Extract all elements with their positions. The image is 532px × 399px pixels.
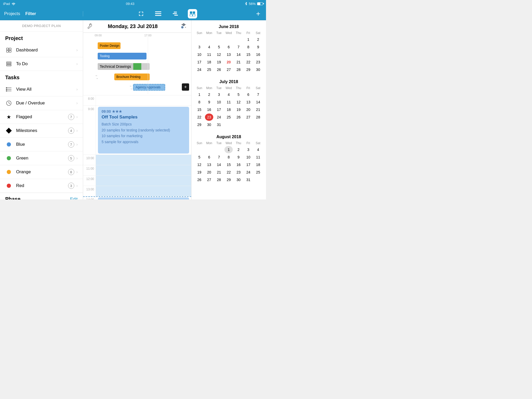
gantt-bar-agency[interactable]: Agency Approvals <box>133 84 165 91</box>
aug-25[interactable]: 25 <box>254 169 262 176</box>
aug-21[interactable]: 21 <box>215 169 223 176</box>
june-18[interactable]: 18 <box>205 58 213 66</box>
add-gantt-button[interactable]: + <box>182 83 189 91</box>
june-25[interactable]: 25 <box>205 66 213 73</box>
july-11[interactable]: 11 <box>224 98 233 106</box>
june-9[interactable]: 9 <box>254 43 262 51</box>
july-13[interactable]: 13 <box>244 98 252 106</box>
june-13[interactable]: 13 <box>224 51 233 58</box>
gantt-bar-tooling[interactable]: Tooling <box>98 53 147 59</box>
july-16[interactable]: 16 <box>205 106 213 113</box>
gantt-bar-technical[interactable]: Technical Drawings <box>98 63 150 70</box>
july-19[interactable]: 19 <box>234 106 243 113</box>
june-20[interactable]: 20 <box>224 58 233 66</box>
schedule-scroll[interactable]: 09:00 17:00 Poster Design – → <box>83 33 191 200</box>
july-21[interactable]: 21 <box>254 106 262 113</box>
june-2[interactable]: 2 <box>254 36 262 43</box>
dimensional-checks-event[interactable]: 14:00 Dimensional Checks <box>98 197 189 200</box>
june-7[interactable]: 7 <box>234 43 243 51</box>
june-22[interactable]: 22 <box>244 58 252 66</box>
calendar-view-button[interactable] <box>188 9 197 18</box>
phase-edit-button[interactable]: Edit <box>70 197 78 200</box>
aug-8[interactable]: 8 <box>224 154 233 161</box>
june-26[interactable]: 26 <box>215 66 223 73</box>
aug-19[interactable]: 19 <box>195 169 203 176</box>
july-22[interactable]: 22 <box>195 114 203 121</box>
july-26[interactable]: 26 <box>234 114 243 121</box>
june-14[interactable]: 14 <box>234 51 243 58</box>
aug-30[interactable]: 30 <box>234 176 243 183</box>
june-1[interactable]: 1 <box>244 36 252 43</box>
july-30[interactable]: 30 <box>205 121 213 128</box>
june-3[interactable]: 3 <box>195 43 203 51</box>
sidebar-item-red[interactable]: Red 3 › <box>0 179 83 193</box>
expand-icon-button[interactable] <box>136 9 146 18</box>
july-2[interactable]: 2 <box>205 91 213 98</box>
settings-icon[interactable] <box>180 23 187 30</box>
july-15[interactable]: 15 <box>195 106 203 113</box>
aug-15[interactable]: 15 <box>224 161 233 168</box>
july-12[interactable]: 12 <box>234 98 243 106</box>
aug-20[interactable]: 20 <box>205 169 213 176</box>
aug-18[interactable]: 18 <box>254 161 262 168</box>
aug-6[interactable]: 6 <box>205 154 213 161</box>
july-18[interactable]: 18 <box>224 106 233 113</box>
july-14[interactable]: 14 <box>254 98 262 106</box>
aug-12[interactable]: 12 <box>195 161 203 168</box>
aug-3[interactable]: 3 <box>244 146 252 153</box>
gantt-bar-poster[interactable]: Poster Design – → <box>98 42 121 49</box>
sidebar-item-view-all[interactable]: View All › <box>0 83 83 96</box>
july-17[interactable]: 17 <box>215 106 223 113</box>
june-8[interactable]: 8 <box>244 43 252 51</box>
june-5[interactable]: 5 <box>215 43 223 51</box>
july-23-today[interactable]: 23 <box>205 114 213 121</box>
july-7[interactable]: 7 <box>254 91 262 98</box>
june-17[interactable]: 17 <box>195 58 203 66</box>
july-6[interactable]: 6 <box>244 91 252 98</box>
july-3[interactable]: 3 <box>215 91 223 98</box>
july-20[interactable]: 20 <box>244 106 252 113</box>
aug-24[interactable]: 24 <box>244 169 252 176</box>
june-15[interactable]: 15 <box>244 51 252 58</box>
june-6[interactable]: 6 <box>224 43 233 51</box>
aug-1[interactable]: 1 <box>224 146 233 153</box>
june-16[interactable]: 16 <box>254 51 262 58</box>
aug-31[interactable]: 31 <box>244 176 252 183</box>
aug-29[interactable]: 29 <box>224 176 233 183</box>
june-19[interactable]: 19 <box>215 58 223 66</box>
june-12[interactable]: 12 <box>215 51 223 58</box>
june-21[interactable]: 21 <box>234 58 243 66</box>
gantt-view-button[interactable] <box>171 9 180 18</box>
june-23[interactable]: 23 <box>254 58 262 66</box>
sidebar-item-orange[interactable]: Orange 8 › <box>0 165 83 179</box>
aug-14[interactable]: 14 <box>215 161 223 168</box>
sidebar-item-due-overdue[interactable]: Due / Overdue › <box>0 96 83 110</box>
july-1[interactable]: 1 <box>195 91 203 98</box>
june-4[interactable]: 4 <box>205 43 213 51</box>
aug-23[interactable]: 23 <box>234 169 243 176</box>
aug-9[interactable]: 9 <box>234 154 243 161</box>
july-4[interactable]: 4 <box>224 91 233 98</box>
aug-13[interactable]: 13 <box>205 161 213 168</box>
sidebar-item-blue[interactable]: Blue 7 › <box>0 138 83 151</box>
june-10[interactable]: 10 <box>195 51 203 58</box>
july-27[interactable]: 27 <box>244 114 252 121</box>
aug-4[interactable]: 4 <box>254 146 262 153</box>
aug-11[interactable]: 11 <box>254 154 262 161</box>
july-24[interactable]: 24 <box>215 114 223 121</box>
june-29[interactable]: 29 <box>244 66 252 73</box>
sidebar-item-dashboard[interactable]: Dashboard › <box>0 43 83 57</box>
july-25[interactable]: 25 <box>224 114 233 121</box>
list-view-button[interactable] <box>154 9 163 18</box>
aug-28[interactable]: 28 <box>215 176 223 183</box>
july-8[interactable]: 8 <box>195 98 203 106</box>
off-tool-samples-event[interactable]: 09:00 ★★★ Off Tool Samples Batch Size 20… <box>98 107 189 154</box>
sidebar-item-milestones[interactable]: Milestones 4 › <box>0 124 83 138</box>
sidebar-item-green[interactable]: Green 5 › <box>0 151 83 165</box>
aug-7[interactable]: 7 <box>215 154 223 161</box>
aug-5[interactable]: 5 <box>195 154 203 161</box>
july-28[interactable]: 28 <box>254 114 262 121</box>
add-button[interactable]: + <box>256 10 260 18</box>
aug-17[interactable]: 17 <box>244 161 252 168</box>
aug-10[interactable]: 10 <box>244 154 252 161</box>
